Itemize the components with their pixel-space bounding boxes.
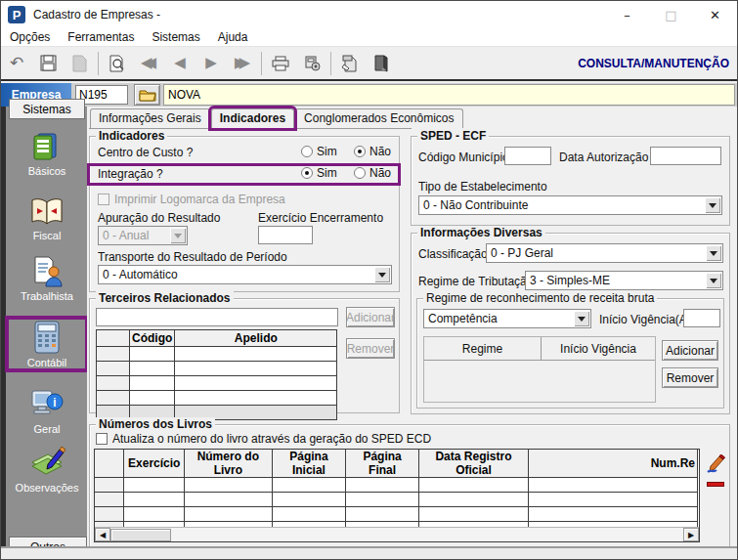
toolbar: ↶ ◀◀ ◀ ▶ ▶▶ CONSULTA/MANUTENÇÃO xyxy=(1,47,737,81)
tipo-estabelecimento-combo[interactable]: 0 - Não Contribuinte xyxy=(418,195,722,215)
minimize-button[interactable]: – xyxy=(605,1,649,28)
sidebar-item-label: Básicos xyxy=(28,165,66,177)
checkbox-label: Imprimir Logomarca da Empresa xyxy=(114,193,285,206)
nav-next-icon[interactable]: ▶ xyxy=(195,50,227,77)
maximize-button[interactable]: □ xyxy=(649,1,693,28)
exercicio-input[interactable] xyxy=(258,226,313,244)
terceiro-input[interactable] xyxy=(96,308,338,326)
group-receita-title: Regime de reconhecimento de receita brut… xyxy=(423,291,657,305)
menu-opcoes[interactable]: Opções xyxy=(1,30,59,44)
document-person-icon xyxy=(29,255,65,288)
terceiros-table[interactable]: Código Apelido xyxy=(96,329,337,420)
receita-remover-button[interactable]: Remover xyxy=(662,367,718,388)
table-row[interactable] xyxy=(95,478,698,493)
scrollbar-thumb[interactable] xyxy=(110,529,171,541)
combo-value: 0 - Automático xyxy=(103,268,373,281)
table-row[interactable] xyxy=(97,391,337,406)
new-document-icon[interactable] xyxy=(64,50,95,77)
centro-custo-label: Centro de Custo ? xyxy=(98,146,193,159)
sidebar-header-sistemas[interactable]: Sistemas xyxy=(9,99,85,119)
menu-sistemas[interactable]: Sistemas xyxy=(143,30,208,44)
col-apelido: Apelido xyxy=(175,330,337,347)
transporte-combo[interactable]: 0 - Automático xyxy=(98,265,392,284)
save-icon[interactable] xyxy=(32,50,64,77)
col-regime[interactable]: Regime xyxy=(424,337,542,360)
checkbox-label: Atualiza o número do livro através da ge… xyxy=(112,432,431,446)
integracao-sim-radio[interactable]: Sim xyxy=(301,166,337,180)
chevron-down-icon xyxy=(706,245,721,261)
receita-table[interactable]: Regime Início Vigência xyxy=(423,336,656,403)
export-document-icon[interactable] xyxy=(334,50,366,77)
horizontal-scrollbar[interactable]: ◀ ▶ xyxy=(95,527,699,541)
sidebar-item-fiscal[interactable]: Fiscal xyxy=(9,196,85,241)
sidebar-item-contabil[interactable]: Contábil xyxy=(9,320,85,368)
classificacao-combo[interactable]: 0 - PJ Geral xyxy=(486,243,723,263)
nav-first-icon[interactable]: ◀◀ xyxy=(133,50,164,77)
codigo-municipio-label: Código Município : xyxy=(418,151,515,164)
tab-indicadores[interactable]: Indicadores xyxy=(211,108,294,128)
col-inicio-vigencia[interactable]: Início Vigência xyxy=(542,337,655,360)
print-icon[interactable] xyxy=(265,50,296,77)
terceiros-remover-button[interactable]: Remover xyxy=(346,338,395,359)
imprimir-logomarca-checkbox[interactable]: Imprimir Logomarca da Empresa xyxy=(98,193,285,206)
sidebar-item-trabalhista[interactable]: Trabalhista xyxy=(9,255,85,302)
radio-label: Não xyxy=(369,145,391,158)
chevron-down-icon xyxy=(574,311,589,326)
integracao-nao-radio[interactable]: Não xyxy=(354,166,391,180)
tab-conglomerados[interactable]: Conglomerados Econômicos xyxy=(295,108,462,128)
receita-regime-combo[interactable]: Competência xyxy=(423,309,591,328)
exit-icon[interactable] xyxy=(366,50,397,77)
scroll-right-icon[interactable]: ▶ xyxy=(683,528,699,541)
table-row[interactable] xyxy=(97,376,337,391)
radio-label: Sim xyxy=(317,145,337,158)
data-autorizacao-input[interactable] xyxy=(650,147,721,165)
centro-custo-sim-radio[interactable]: Sim xyxy=(301,145,337,158)
edit-pencil-icon[interactable] xyxy=(706,454,725,474)
tab-informacoes-gerais[interactable]: Informações Gerais xyxy=(90,108,210,128)
nav-previous-icon[interactable]: ◀ xyxy=(164,50,195,77)
col-exercicio: Exercício xyxy=(124,450,185,478)
radio-label: Sim xyxy=(317,166,337,180)
close-button[interactable]: ✕ xyxy=(693,1,737,28)
classificacao-label: Classificação : xyxy=(418,247,494,261)
numeros-table[interactable]: Exercício Número do Livro Página Inicial… xyxy=(94,449,698,537)
col-numero-livro: Número do Livro xyxy=(185,450,273,478)
open-folder-icon[interactable] xyxy=(134,84,160,106)
atualiza-livro-checkbox[interactable]: Atualiza o número do livro através da ge… xyxy=(96,432,431,446)
table-row[interactable] xyxy=(95,507,698,522)
menu-ajuda[interactable]: Ajuda xyxy=(209,30,257,44)
title-bar: P Cadastro de Empresas - – □ ✕ xyxy=(1,1,737,28)
centro-custo-nao-radio[interactable]: Não xyxy=(354,145,391,158)
sidebar-item-geral[interactable]: i Geral xyxy=(9,388,85,435)
scroll-left-icon[interactable]: ◀ xyxy=(95,528,110,541)
regime-tributacao-combo[interactable]: 3 - Simples-ME xyxy=(525,271,723,290)
terceiros-adicionar-button[interactable]: Adicionar xyxy=(346,307,395,327)
empresa-name-input[interactable] xyxy=(163,84,735,106)
toolbar-separator xyxy=(98,52,99,75)
sidebar-item-observacoes[interactable]: Observações xyxy=(9,447,85,494)
group-terceiros: Terceiros Relacionados Adicionar Remover… xyxy=(89,298,400,413)
table-row[interactable] xyxy=(97,362,337,376)
print-setup-icon[interactable] xyxy=(296,50,327,77)
delete-minus-icon[interactable] xyxy=(707,482,724,487)
sidebar-item-basicos[interactable]: Básicos xyxy=(9,130,85,177)
radio-icon xyxy=(301,146,313,157)
svg-text:i: i xyxy=(53,396,56,409)
combo-value: 3 - Simples-ME xyxy=(530,274,705,287)
print-preview-icon[interactable] xyxy=(102,50,133,77)
table-row[interactable] xyxy=(97,347,337,362)
vigencia-input[interactable] xyxy=(683,309,720,327)
apuracao-combo[interactable]: 0 - Anual xyxy=(98,226,188,245)
sidebar-item-label: Fiscal xyxy=(33,230,62,241)
codigo-municipio-input[interactable] xyxy=(504,147,551,165)
table-row[interactable] xyxy=(95,493,698,507)
col-pagina-inicial: Página Inicial xyxy=(272,450,346,478)
sidebar-item-label: Contábil xyxy=(27,357,66,368)
col-blank xyxy=(97,330,130,347)
receita-adicionar-button[interactable]: Adicionar xyxy=(662,340,718,361)
menu-ferramentas[interactable]: Ferramentas xyxy=(59,30,143,44)
sidebar: Sistemas Básicos Fiscal Trabalhista Cont… xyxy=(1,107,87,546)
nav-last-icon[interactable]: ▶▶ xyxy=(227,50,258,77)
undo-icon[interactable]: ↶ xyxy=(1,50,32,77)
sidebar-item-label: Trabalhista xyxy=(21,290,73,302)
